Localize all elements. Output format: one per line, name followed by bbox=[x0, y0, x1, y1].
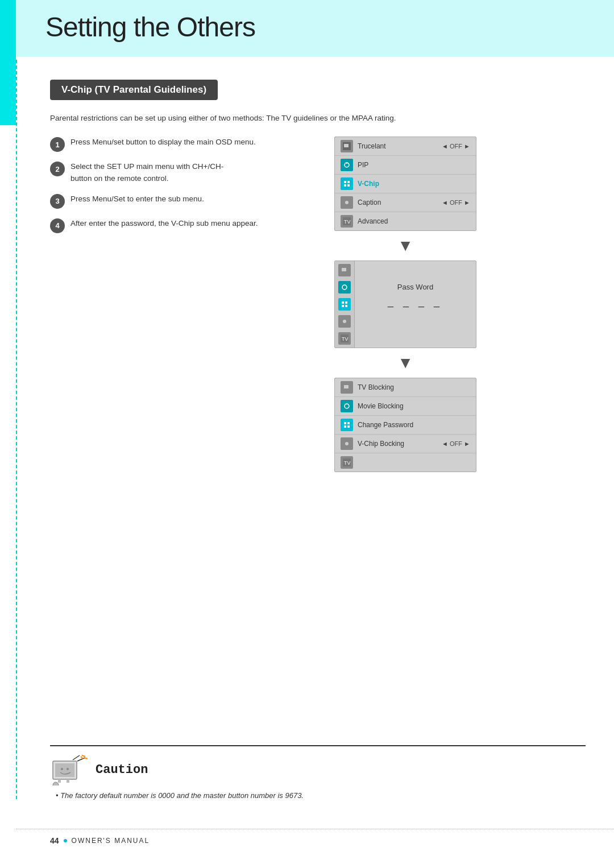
step-num-4: 4 bbox=[50, 218, 65, 233]
caution-divider bbox=[50, 745, 586, 746]
steps-column: 1 Press Menu/set button to display the m… bbox=[50, 137, 312, 472]
svg-line-47 bbox=[82, 755, 85, 757]
menu-row-tv-blocking: TV Blocking bbox=[335, 378, 476, 397]
menu-box-1: Trucelant ◄ OFF ► PIP V-Chip bbox=[334, 137, 476, 231]
step-num-1: 1 bbox=[50, 137, 65, 152]
down-arrow-1: ▼ bbox=[397, 238, 413, 254]
section-heading: V-Chip (TV Parental Guidelines) bbox=[50, 80, 218, 100]
svg-line-46 bbox=[81, 757, 83, 759]
menu-label-pip: PIP bbox=[358, 161, 466, 169]
menu-label-vchipbocking: V-Chip Bocking bbox=[358, 440, 437, 448]
page-title-area: Setting the Others bbox=[45, 11, 591, 43]
step-1: 1 Press Menu/set button to display the m… bbox=[50, 137, 312, 152]
cyan-left-bar bbox=[0, 0, 16, 125]
footer-label: OWNER'S MANUAL bbox=[72, 837, 150, 845]
svg-point-11 bbox=[345, 201, 349, 204]
svg-rect-21 bbox=[342, 305, 344, 307]
footer: 44 OWNER'S MANUAL bbox=[16, 829, 614, 845]
svg-point-50 bbox=[61, 768, 63, 770]
menu-row-trucelant: Trucelant ◄ OFF ► bbox=[335, 137, 476, 156]
menu-row-vchip: V-Chip bbox=[335, 175, 476, 193]
menu-row-change-password: Change Password bbox=[335, 416, 476, 435]
svg-rect-7 bbox=[344, 184, 346, 187]
svg-rect-20 bbox=[345, 301, 347, 304]
svg-rect-33 bbox=[347, 422, 350, 424]
menu-label-trucelant: Trucelant bbox=[358, 142, 437, 150]
step-3: 3 Press Menu/Set to enter the sub menu. bbox=[50, 193, 312, 209]
svg-rect-15 bbox=[342, 268, 346, 271]
svg-rect-34 bbox=[344, 425, 346, 428]
svg-rect-41 bbox=[55, 763, 74, 777]
svg-line-48 bbox=[84, 758, 88, 759]
svg-text:TV: TV bbox=[344, 460, 351, 466]
svg-text:TV: TV bbox=[344, 219, 351, 225]
step-text-1: Press Menu/set button to display the mai… bbox=[70, 137, 256, 148]
svg-rect-2 bbox=[343, 161, 351, 169]
menu-row-extra: TV bbox=[335, 453, 476, 472]
password-content: Pass Word _ _ _ _ bbox=[355, 261, 476, 329]
menu-icon-tvblocking bbox=[341, 381, 353, 394]
menu-icon-advanced: TV bbox=[341, 215, 353, 228]
menus-column: Trucelant ◄ OFF ► PIP V-Chip bbox=[334, 137, 476, 472]
svg-rect-8 bbox=[347, 181, 350, 183]
menu-label-tvblocking: TV Blocking bbox=[358, 383, 466, 391]
menu-row-caption: Caption ◄ OFF ► bbox=[335, 193, 476, 212]
svg-text:TV: TV bbox=[342, 336, 349, 342]
menu-icon-extra: TV bbox=[341, 456, 353, 469]
menu-icon-caption bbox=[341, 196, 353, 209]
svg-rect-16 bbox=[341, 283, 349, 291]
menu-label-caption: Caption bbox=[358, 199, 437, 206]
menu-row-advanced: TV Advanced bbox=[335, 212, 476, 230]
svg-line-44 bbox=[73, 755, 80, 760]
password-label: Pass Word bbox=[397, 283, 433, 291]
main-content: V-Chip (TV Parental Guidelines) Parental… bbox=[16, 63, 614, 472]
menu-label-movieblocking: Movie Blocking bbox=[358, 402, 466, 410]
pw-icon-5: TV bbox=[338, 332, 351, 345]
svg-rect-28 bbox=[344, 385, 349, 388]
menu-row-vchip-bocking: V-Chip Bocking ◄ OFF ► bbox=[335, 435, 476, 453]
intro-text: Parental restrictions can be set up usin… bbox=[50, 113, 586, 124]
svg-point-24 bbox=[343, 320, 346, 323]
menu-icon-movieblocking bbox=[341, 400, 353, 412]
menu-row-pip: PIP bbox=[335, 156, 476, 175]
menu-box-vchip-sub: TV Blocking Movie Blocking Change bbox=[334, 378, 476, 472]
menu-icon-changepassword bbox=[341, 419, 353, 431]
footer-page-num: 44 bbox=[50, 836, 59, 845]
caution-title: Caution bbox=[96, 763, 148, 777]
step-text-3: Press Menu/Set to enter the sub menu. bbox=[70, 193, 204, 205]
menu-icon-vchip bbox=[341, 177, 353, 190]
caution-section: Caution • The factory default number is … bbox=[16, 745, 614, 800]
svg-rect-6 bbox=[344, 181, 346, 183]
pw-icon-3 bbox=[338, 298, 351, 311]
menu-label-advanced: Advanced bbox=[358, 217, 466, 225]
step-4: 4 After enter the password, the V-Chip s… bbox=[50, 218, 312, 233]
svg-rect-19 bbox=[342, 301, 344, 304]
password-dashes: _ _ _ _ bbox=[388, 296, 443, 308]
menu-icon-pip bbox=[341, 159, 353, 171]
menu-icon-vchipbocking bbox=[341, 437, 353, 450]
menu-row-movie-blocking: Movie Blocking bbox=[335, 397, 476, 416]
caution-header: Caution bbox=[50, 754, 586, 786]
caution-text: • The factory default number is 0000 and… bbox=[50, 791, 586, 800]
svg-rect-9 bbox=[347, 184, 350, 187]
caution-icon bbox=[50, 754, 90, 786]
menu-label-changepassword: Change Password bbox=[358, 421, 466, 429]
pw-icon-1 bbox=[338, 264, 351, 276]
menu-arrow-trucelant: ◄ OFF ► bbox=[442, 143, 470, 150]
step-2: 2 Select the SET UP main menu with CH+/C… bbox=[50, 161, 312, 184]
svg-rect-43 bbox=[67, 779, 69, 783]
svg-point-51 bbox=[67, 768, 69, 770]
svg-point-49 bbox=[53, 782, 59, 786]
step-text-2: Select the SET UP main menu with CH+/CH-… bbox=[70, 161, 223, 184]
menu-box-password: TV Pass Word _ _ _ _ bbox=[334, 261, 476, 348]
svg-rect-29 bbox=[343, 402, 351, 410]
steps-and-menus-layout: 1 Press Menu/set button to display the m… bbox=[50, 137, 586, 472]
pw-icon-2 bbox=[338, 281, 351, 294]
menu-arrow-vchipbocking: ◄ OFF ► bbox=[442, 440, 470, 447]
pw-icon-4 bbox=[338, 315, 351, 328]
step-text-4: After enter the password, the V-Chip sub… bbox=[70, 218, 258, 229]
menu-label-vchip: V-Chip bbox=[358, 180, 466, 188]
svg-rect-32 bbox=[344, 422, 346, 424]
svg-rect-35 bbox=[347, 425, 350, 428]
menu-icon-1 bbox=[341, 140, 353, 152]
